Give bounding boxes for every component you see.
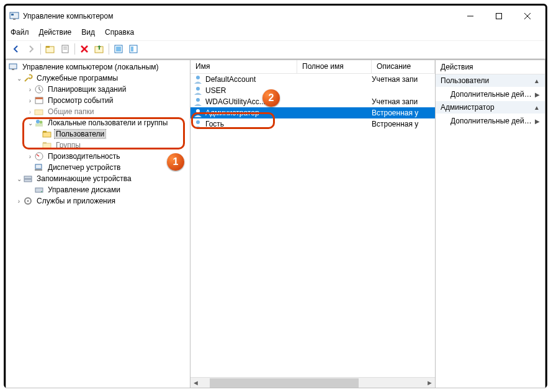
scroll-thumb[interactable] [210,378,359,388]
cell-desc: Встроенная у [372,109,435,117]
svg-point-25 [36,120,40,123]
actions-group-users[interactable]: Пользователи ▲ [436,74,545,87]
action-more-admin[interactable]: Дополнительные дей… ▶ [436,114,545,128]
svg-rect-35 [24,176,32,179]
svg-rect-24 [35,110,43,115]
users-icon [34,118,44,128]
svg-point-38 [41,191,42,192]
svg-rect-29 [43,131,47,133]
svg-rect-27 [35,123,43,127]
svg-point-43 [196,98,200,102]
disk-icon [34,185,44,195]
action-more-users-label: Дополнительные дей… [450,90,532,99]
list-row[interactable]: WDAGUtilityAcc... Учетная запи [190,96,435,107]
svg-point-26 [40,121,43,124]
tree-root-label: Управление компьютером (локальным) [21,63,160,71]
chevron-right-icon: ▶ [535,91,540,98]
tree-utilities[interactable]: ⌄ Служебные программы [6,73,190,84]
back-button[interactable] [9,42,23,56]
tree-services-label: Службы и приложения [35,197,117,205]
refresh-button[interactable] [112,42,125,56]
tree-storage[interactable]: ⌄ Запоминающие устройства [6,173,190,184]
svg-rect-8 [46,46,50,48]
list-row-selected[interactable]: Администратор Встроенная у [190,107,435,118]
tree-eventviewer[interactable]: › Просмотр событий [6,95,190,106]
scroll-left-icon[interactable]: ◄ [190,379,201,386]
tree-diskmgr[interactable]: Управление дисками [6,184,190,195]
user-icon [193,119,203,129]
tree-services[interactable]: › Службы и приложения [6,195,190,207]
tree-users[interactable]: Пользователи [6,128,190,140]
menu-help[interactable]: Справка [105,28,134,37]
tree-groups-label: Группы [55,141,82,149]
delete-button[interactable] [78,42,91,56]
svg-rect-18 [131,47,133,51]
tree-devmgr[interactable]: Диспетчер устройств [6,162,190,173]
maximize-button[interactable] [485,7,513,25]
cell-name: Гость [205,120,224,128]
actions-group-users-label: Пользователи [441,76,489,85]
actions-group-admin[interactable]: Администратор ▲ [436,101,545,114]
tree-users-label: Пользователи [55,130,105,138]
column-fullname[interactable]: Полное имя [297,60,372,73]
export-button[interactable] [92,42,106,56]
svg-point-42 [196,87,200,91]
up-button[interactable] [43,42,57,56]
column-name[interactable]: Имя [190,60,297,73]
svg-rect-33 [35,164,42,169]
scroll-right-icon[interactable]: ► [424,379,435,386]
separator [109,43,109,55]
tree-devmgr-label: Диспетчер устройств [47,163,122,172]
twisty-closed-icon: › [26,153,34,160]
column-description[interactable]: Описание [372,60,435,73]
svg-point-45 [196,120,200,124]
svg-rect-28 [43,132,51,137]
list-row[interactable]: Гость Встроенная у [190,118,435,130]
callout-number-2: 2 [262,89,280,107]
event-icon [34,96,44,105]
list-header: Имя Полное имя Описание [190,60,435,74]
tree-root[interactable]: Управление компьютером (локальным) [6,61,190,73]
action-more-users[interactable]: Дополнительные дей… ▶ [436,87,545,101]
svg-rect-23 [35,97,43,99]
separator [74,43,75,55]
properties-button[interactable] [58,42,72,56]
tree-localusers-label: Локальные пользователи и группы [47,118,169,127]
menu-action[interactable]: Действие [39,28,72,37]
toolbar [6,40,545,59]
list-row[interactable]: DefaultAccount Учетная запи [190,74,435,85]
horizontal-scrollbar[interactable]: ◄ ► [190,377,435,388]
actions-group-admin-label: Администратор [441,103,495,112]
tree-scheduler-label: Планировщик заданий [47,85,127,94]
twisty-closed-icon: › [26,86,34,93]
cell-name: USER [205,86,226,95]
tree-scheduler[interactable]: › Планировщик заданий [6,84,190,95]
menu-view[interactable]: Вид [81,28,95,37]
twisty-closed-icon: › [26,109,34,115]
actions-pane: Действия Пользователи ▲ Дополнительные д… [435,60,545,388]
collapse-icon: ▲ [534,78,540,84]
help-button[interactable] [127,42,140,56]
menu-file[interactable]: Файл [11,28,29,37]
callout-number-1: 1 [167,153,184,171]
forward-button[interactable] [24,42,38,56]
computer-icon [9,62,19,72]
chevron-right-icon: ▶ [535,118,540,125]
svg-rect-31 [43,142,47,144]
tree-performance[interactable]: › Производительность [6,151,190,162]
svg-rect-1 [11,14,14,16]
folder-share-icon [34,107,44,117]
action-more-admin-label: Дополнительные дей… [450,117,532,125]
tree-sharedfolders[interactable]: › Общие папки [6,106,190,117]
tree-localusers[interactable]: ⌄ Локальные пользователи и группы [6,117,190,128]
svg-point-40 [27,200,29,202]
list-row[interactable]: USER [190,85,435,96]
cell-desc: Учетная запи [372,97,435,106]
list-body: DefaultAccount Учетная запи USER WDAGUti… [190,74,435,377]
minimize-button[interactable] [456,7,485,25]
cell-desc: Встроенная у [372,120,435,128]
storage-icon [23,174,33,184]
close-button[interactable] [513,7,542,25]
svg-rect-34 [35,169,42,171]
tree-groups[interactable]: Группы [6,140,190,151]
